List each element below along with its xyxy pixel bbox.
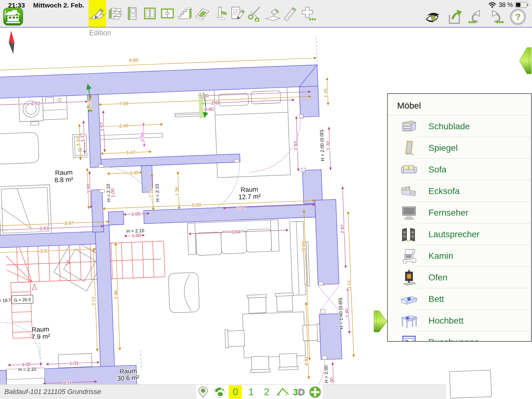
lautsprecher-icon xyxy=(400,226,418,243)
add-object-button[interactable] xyxy=(299,0,316,27)
plan-dimension-label: H = 2.10 xyxy=(154,184,160,202)
export-share-button[interactable] xyxy=(446,8,463,26)
column-button[interactable] xyxy=(211,0,229,27)
redo-button[interactable] xyxy=(488,8,505,26)
battery-icon xyxy=(515,2,527,8)
notes-button[interactable] xyxy=(229,0,246,27)
plan-dimension-label: Raum xyxy=(55,168,73,176)
plan-dimension-label: 1.77 xyxy=(79,133,85,142)
measure-icon xyxy=(282,5,298,22)
furniture-item-hochbett[interactable]: Hochbett xyxy=(388,310,531,331)
furniture-item-lautsprecher[interactable]: Lautsprecher xyxy=(388,223,531,245)
plan-dimension-label: 1.47 xyxy=(126,150,136,155)
help-button[interactable] xyxy=(509,8,526,26)
plan-dimension-label: 2.60 xyxy=(211,100,221,105)
furniture-item-label: Schublade xyxy=(428,121,470,131)
plan-dimension-label: G = 26.5 xyxy=(14,297,31,303)
furniture-item-label: Spiegel xyxy=(428,143,458,153)
furniture-list: SchubladeSpiegelSofaEcksofaFernseherLaut… xyxy=(388,115,531,342)
plan-dimension-label: 12.7 m² xyxy=(238,192,261,201)
furniture-item-label: Duschwanne xyxy=(428,337,479,342)
ofen-icon xyxy=(400,269,418,286)
door-button[interactable] xyxy=(124,0,141,27)
plan-dimension-label: 0.40 xyxy=(204,106,214,112)
stairs-icon xyxy=(177,5,193,22)
kamin-icon xyxy=(400,248,418,264)
plan-dimension-label: 6.91 xyxy=(304,356,309,366)
plan-dimension-label: 1.36 xyxy=(174,187,180,196)
fernseher-icon xyxy=(400,205,418,221)
furniture-item-label: Hochbett xyxy=(428,316,463,326)
edge-collapse-arrow[interactable] xyxy=(518,46,532,75)
location-pin-icon[interactable] xyxy=(196,385,210,399)
export-share-icon xyxy=(446,9,462,25)
furniture-item-sofa[interactable]: Sofa xyxy=(388,159,531,180)
plan-dimension-label: H = 2.00 (0.00) xyxy=(319,130,325,161)
furniture-item-spiegel[interactable]: Spiegel xyxy=(388,137,531,159)
floor-switcher: 0 1 2 3D xyxy=(196,385,323,399)
wall-icon xyxy=(107,5,123,22)
plan-dimension-label: 2.72 xyxy=(91,296,96,306)
plan-dimension-label: 30.6 m² xyxy=(117,374,139,382)
eraser-button[interactable] xyxy=(264,0,281,27)
skylight-icon xyxy=(194,5,211,22)
3d-view-button[interactable]: 3D xyxy=(292,385,306,399)
furniture-item-ofen[interactable]: Ofen xyxy=(388,267,531,288)
furniture-item-schublade[interactable]: Schublade xyxy=(388,115,531,137)
plan-dimension-label: 8.80 xyxy=(129,57,139,63)
skylight-button[interactable] xyxy=(194,0,211,27)
notes-icon xyxy=(229,5,246,22)
help-icon xyxy=(510,9,526,25)
floor-page-2[interactable]: 2 xyxy=(260,385,273,399)
double-door-button[interactable] xyxy=(141,0,159,27)
furniture-item-label: Fernseher xyxy=(428,208,468,218)
add-floor-button[interactable] xyxy=(308,385,322,399)
redo-icon xyxy=(489,9,505,25)
plan-dimension-label: H = 2.10 xyxy=(126,228,145,234)
edit-pencil-button[interactable] xyxy=(89,0,106,27)
plan-dimension-label: 2.63 xyxy=(39,225,49,231)
spiegel-icon xyxy=(400,140,418,156)
app-home-button[interactable] xyxy=(3,8,23,26)
furniture-item-label: Lautsprecher xyxy=(428,229,479,239)
plan-dimension-label: 10.09 xyxy=(301,241,306,253)
stairs-button[interactable] xyxy=(176,0,194,27)
furniture-item-kamin[interactable]: Kamin xyxy=(388,245,531,267)
undo-button[interactable] xyxy=(467,8,484,26)
globe-icon[interactable] xyxy=(212,385,226,399)
window-button[interactable] xyxy=(159,0,176,27)
cut-button[interactable] xyxy=(246,0,264,27)
view-mode-button[interactable] xyxy=(424,8,441,26)
plan-dimension-label: 2.97 xyxy=(340,224,345,234)
plan-dimension-label: 1.31 xyxy=(69,360,79,366)
plan-dimension-label: 0.63 xyxy=(86,100,92,110)
double-door-icon xyxy=(142,5,158,22)
duschwanne-icon xyxy=(400,334,418,342)
plan-dimension-label: 11.01 xyxy=(346,280,352,291)
measure-button[interactable] xyxy=(281,0,299,27)
furniture-item-label: Kamin xyxy=(428,251,453,261)
furniture-item-duschwanne[interactable]: Duschwanne xyxy=(388,331,531,342)
floor-page-0[interactable]: 0 xyxy=(229,385,242,399)
plan-dimension-label: 5.00 xyxy=(192,202,201,208)
hochbett-icon xyxy=(400,313,418,329)
plan-dimension-label: H = 1.40 (0.60) xyxy=(337,298,344,329)
plan-layer-compass xyxy=(8,30,15,54)
schublade-icon xyxy=(400,118,418,135)
column-icon xyxy=(212,5,228,22)
plan-dimension-label: 1.00 xyxy=(131,211,141,217)
wall-button[interactable] xyxy=(106,0,124,27)
roof-view-icon[interactable] xyxy=(276,385,289,399)
plan-dimension-label: 2.63 xyxy=(31,100,41,106)
furniture-item-ecksofa[interactable]: Ecksofa xyxy=(388,180,531,202)
plan-dimension-label: 1.57 xyxy=(99,122,105,131)
furniture-item-fernseher[interactable]: Fernseher xyxy=(388,202,531,223)
furniture-item-label: Ofen xyxy=(428,273,448,283)
plan-dimension-label: 8.8 m² xyxy=(54,176,73,183)
plan-dimension-label: = 18.7 xyxy=(0,298,11,303)
floor-page-1[interactable]: 1 xyxy=(244,385,258,399)
plan-dimension-label: 1.35 xyxy=(130,170,139,175)
plan-dimension-label: Raum xyxy=(240,186,258,193)
panel-expand-arrow[interactable] xyxy=(373,308,388,335)
furniture-item-bett[interactable]: Bett xyxy=(388,288,531,310)
